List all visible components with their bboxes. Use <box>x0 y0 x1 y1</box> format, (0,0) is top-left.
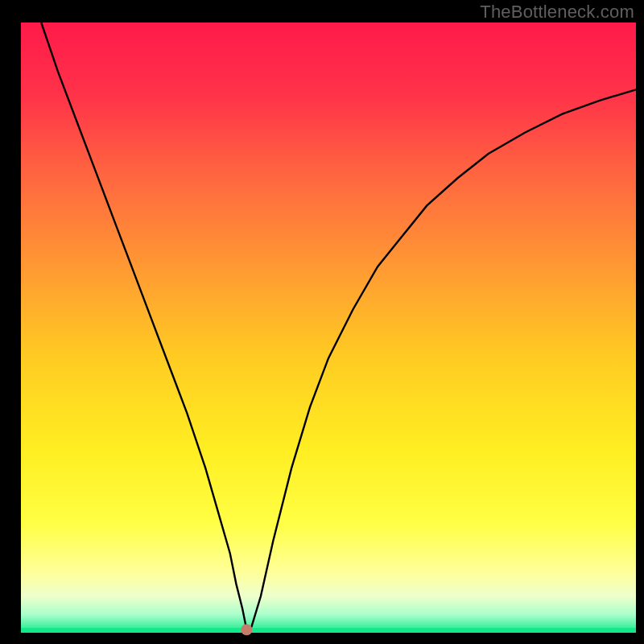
chart-frame: TheBottleneck.com <box>0 0 644 644</box>
baseline-strip <box>21 628 636 633</box>
gradient-background <box>21 23 636 633</box>
optimum-marker <box>241 624 252 635</box>
bottleneck-chart <box>0 0 644 644</box>
watermark-text: TheBottleneck.com <box>480 2 634 23</box>
